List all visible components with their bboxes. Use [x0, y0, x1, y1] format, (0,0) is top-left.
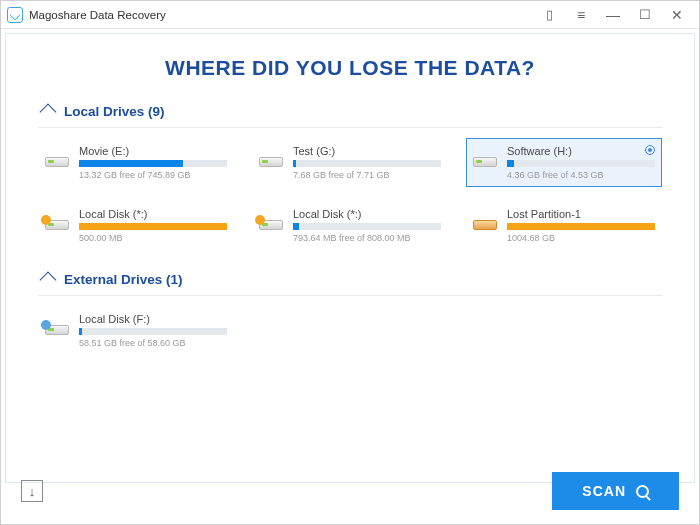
selected-radio-icon — [645, 145, 655, 155]
drive-icon — [45, 157, 73, 167]
warning-badge-icon — [41, 215, 51, 225]
app-icon — [7, 7, 23, 23]
warning-badge-icon — [255, 215, 265, 225]
drive-item[interactable]: Local Disk (F:)58.51 GB free of 58.60 GB — [38, 306, 234, 355]
drive-list: Local Drives (9) Movie (E:)13.32 GB free… — [6, 98, 694, 478]
usage-bar — [507, 223, 655, 230]
drive-icon — [259, 220, 287, 230]
external-badge-icon — [41, 320, 51, 330]
drive-detail: 58.51 GB free of 58.60 GB — [79, 338, 227, 348]
main-panel: WHERE DID YOU LOSE THE DATA? Local Drive… — [5, 33, 695, 483]
titlebar: Magoshare Data Recovery ▯ ≡ — ☐ ✕ — [1, 1, 699, 29]
drive-item[interactable]: Test (G:)7.68 GB free of 7.71 GB — [252, 138, 448, 187]
drive-detail: 500.00 MB — [79, 233, 227, 243]
scan-button[interactable]: SCAN — [552, 472, 679, 510]
drive-item[interactable]: Movie (E:)13.32 GB free of 745.89 GB — [38, 138, 234, 187]
usage-bar — [79, 223, 227, 230]
footer: ↓ SCAN — [5, 462, 695, 520]
drive-icon — [45, 325, 73, 335]
download-icon[interactable]: ↓ — [21, 480, 43, 502]
usage-bar — [79, 160, 227, 167]
drive-detail: 793.64 MB free of 808.00 MB — [293, 233, 441, 243]
page-heading: WHERE DID YOU LOSE THE DATA? — [6, 34, 694, 98]
section-title: Local Drives — [64, 104, 144, 119]
drive-icon — [45, 220, 73, 230]
chevron-up-icon — [40, 103, 57, 120]
drive-name: Test (G:) — [293, 145, 441, 157]
drive-detail: 7.68 GB free of 7.71 GB — [293, 170, 441, 180]
drive-name: Software (H:) — [507, 145, 655, 157]
layout-icon[interactable]: ▯ — [533, 1, 565, 29]
drive-name: Local Disk (*:) — [293, 208, 441, 220]
usage-bar — [293, 160, 441, 167]
drive-name: Local Disk (*:) — [79, 208, 227, 220]
drive-item[interactable]: Local Disk (*:)793.64 MB free of 808.00 … — [252, 201, 448, 250]
section-external-drives[interactable]: External Drives (1) — [38, 266, 662, 296]
usage-bar — [507, 160, 655, 167]
drive-icon — [473, 220, 501, 230]
window-title: Magoshare Data Recovery — [29, 9, 166, 21]
maximize-button[interactable]: ☐ — [629, 1, 661, 29]
section-count: (1) — [166, 272, 183, 287]
section-count: (9) — [148, 104, 165, 119]
usage-bar — [79, 328, 227, 335]
section-title: External Drives — [64, 272, 162, 287]
chevron-up-icon — [40, 271, 57, 288]
drive-item[interactable]: Lost Partition-11004.68 GB — [466, 201, 662, 250]
drive-detail: 13.32 GB free of 745.89 GB — [79, 170, 227, 180]
drive-detail: 4.36 GB free of 4.53 GB — [507, 170, 655, 180]
drive-icon — [473, 157, 501, 167]
drive-name: Lost Partition-1 — [507, 208, 655, 220]
usage-bar — [293, 223, 441, 230]
drive-name: Local Disk (F:) — [79, 313, 227, 325]
menu-icon[interactable]: ≡ — [565, 1, 597, 29]
scan-button-label: SCAN — [582, 483, 626, 499]
drive-icon — [259, 157, 287, 167]
drive-item[interactable]: Local Disk (*:)500.00 MB — [38, 201, 234, 250]
drive-item[interactable]: Software (H:)4.36 GB free of 4.53 GB — [466, 138, 662, 187]
section-local-drives[interactable]: Local Drives (9) — [38, 98, 662, 128]
drive-name: Movie (E:) — [79, 145, 227, 157]
minimize-button[interactable]: — — [597, 1, 629, 29]
drive-detail: 1004.68 GB — [507, 233, 655, 243]
close-button[interactable]: ✕ — [661, 1, 693, 29]
search-icon — [636, 485, 649, 498]
